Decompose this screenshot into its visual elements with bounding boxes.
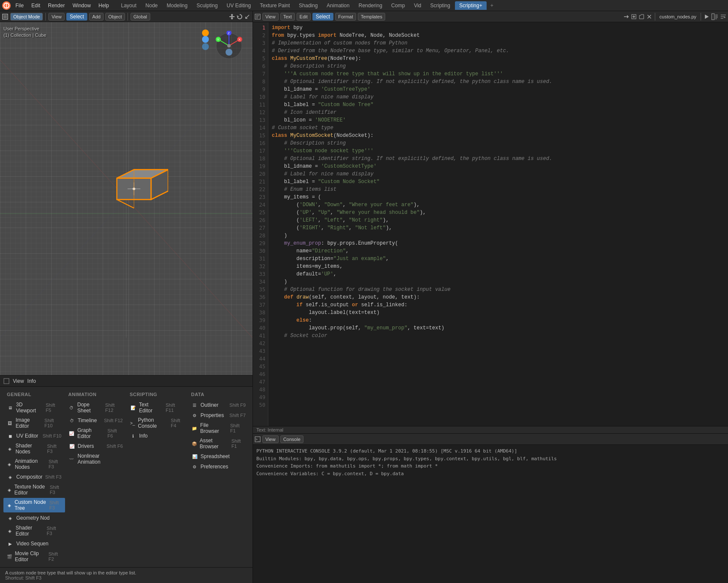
menu-info[interactable]: ℹ Info <box>126 431 188 441</box>
open-text-icon[interactable] <box>639 14 645 20</box>
object-mode-button[interactable]: Object Mode <box>10 13 43 21</box>
menu-graph-editor[interactable]: 📈 Graph Editor Shift F6 <box>65 426 127 441</box>
view-button[interactable]: View <box>48 13 65 21</box>
line-numbers-toggle[interactable] <box>711 13 718 20</box>
code-templates-btn[interactable]: Templates <box>358 13 385 21</box>
console-console-btn[interactable]: Console <box>280 435 303 443</box>
menu-custom-node-tree[interactable]: ◈ Custom Node Tree Shift F3 <box>3 498 65 512</box>
code-sep <box>655 13 655 21</box>
menu-compositor[interactable]: ◈ Compositor Shift F3 <box>3 472 65 482</box>
animation-nodes-icon: ◈ <box>7 461 12 468</box>
tab-shading[interactable]: Shading <box>294 1 322 10</box>
console-content[interactable]: PYTHON INTERACTIVE CONSOLE 3.9.2 (defaul… <box>253 445 728 583</box>
dope-sheet-icon: ⏱ <box>68 404 75 411</box>
code-select-btn[interactable]: Select <box>312 13 333 21</box>
svg-point-38 <box>202 36 209 43</box>
menu-help[interactable]: Help <box>95 2 113 9</box>
code-text-btn[interactable]: Text <box>280 13 295 21</box>
menu-file[interactable]: File <box>12 2 27 9</box>
text-editor-shortcut: Shift F11 <box>166 402 184 413</box>
view-menu-btn[interactable]: View <box>13 378 24 384</box>
menu-edit[interactable]: Edit <box>28 2 44 9</box>
tab-scripting[interactable]: Scripting <box>426 1 455 10</box>
browse-text-icon[interactable] <box>623 14 629 20</box>
menu-3d-viewport[interactable]: 🖥 3D Viewport Shift F5 <box>3 400 65 415</box>
tab-texture-paint[interactable]: Texture Paint <box>256 1 294 10</box>
code-editor-body[interactable]: 1 2 3 4 5 6 7 8 9 10 11 12 13 14 15 16 1 <box>253 22 728 426</box>
console-type-icon[interactable]: >_ <box>255 436 261 442</box>
console-line-1: PYTHON INTERACTIVE CONSOLE 3.9.2 (defaul… <box>256 447 725 455</box>
tab-scripting-plus[interactable]: Scripting+ <box>455 1 487 10</box>
uv-editor-shortcut: Shift F10 <box>42 433 61 438</box>
nav-gizmo[interactable]: X Y Z <box>214 31 244 61</box>
menu-render[interactable]: Render <box>45 2 68 9</box>
code-editor-type-icon[interactable] <box>255 14 261 20</box>
menu-asset-browser[interactable]: 📦 Asset Browser Shift F1 <box>188 436 250 451</box>
zoom-controls <box>201 27 210 52</box>
menu-shader-nodes[interactable]: ◈ Shader Nodes Shift F3 <box>3 441 65 456</box>
menu-nonlinear[interactable]: 〰 Nonlinear Animation <box>65 452 127 466</box>
move-icon[interactable] <box>229 13 235 20</box>
menu-outliner[interactable]: ☰ Outliner Shift F9 <box>188 400 250 410</box>
tab-rendering[interactable]: Rendering <box>354 1 386 10</box>
transform-global[interactable]: Global <box>131 13 150 21</box>
file-browser-label: File Browser <box>200 422 228 434</box>
close-text-icon[interactable] <box>646 14 652 20</box>
menu-properties[interactable]: ⚙ Properties Shift F7 <box>188 411 250 420</box>
menu-image-editor[interactable]: 🖼 Image Editor Shift F10 <box>3 416 65 430</box>
new-text-icon[interactable] <box>631 14 637 20</box>
menu-geometry-nodes[interactable]: ◈ Geometry Nod <box>3 513 65 523</box>
menu-preferences[interactable]: ⚙ Preferences <box>188 462 250 471</box>
line-31: ('UP', "Up", "Where your head should be"… <box>272 209 725 216</box>
texture-node-editor-icon: ◈ <box>7 486 12 493</box>
line-30: ('DOWN', "Down", "Where your feet are"), <box>272 201 725 209</box>
add-button[interactable]: Add <box>89 13 104 21</box>
menu-drivers[interactable]: 📈 Drivers Shift F6 <box>65 441 127 451</box>
menu-texture-node-editor[interactable]: ◈ Texture Node Editor Shift F3 <box>3 482 65 497</box>
select-button[interactable]: Select <box>66 13 87 21</box>
scale-icon[interactable] <box>244 13 251 20</box>
menu-spreadsheet[interactable]: 📊 Spreadsheet <box>188 452 250 461</box>
code-view-btn[interactable]: View <box>262 13 279 21</box>
run-script-icon[interactable] <box>704 14 710 20</box>
menu-text-editor[interactable]: 📝 Text Editor Shift F11 <box>126 400 188 415</box>
menu-dope-sheet[interactable]: ⏱ Dope Sheet Shift F12 <box>65 400 127 415</box>
word-wrap-toggle[interactable] <box>720 13 727 20</box>
tab-node[interactable]: Node <box>141 1 162 10</box>
tab-animation[interactable]: Animation <box>322 1 354 10</box>
menu-shader-editor[interactable]: ◈ Shader Editor Shift F3 <box>3 524 65 538</box>
code-content[interactable]: import bpy from bpy.types import NodeTre… <box>268 22 728 426</box>
file-browser-icon: 📁 <box>191 425 198 432</box>
console-line-2: Builtin Modules: bpy, bpy.data, bpy.ops,… <box>256 455 725 463</box>
sep2 <box>128 13 128 21</box>
tab-vid[interactable]: Vid <box>410 1 425 10</box>
code-format-btn[interactable]: Format <box>335 13 356 21</box>
menu-video-sequencer[interactable]: ▶ Video Sequen <box>3 539 65 548</box>
menu-uv-editor[interactable]: ◼ UV Editor Shift F10 <box>3 431 65 441</box>
menu-file-browser[interactable]: 📁 File Browser Shift F1 <box>188 421 250 435</box>
tab-uv[interactable]: UV Editing <box>223 1 256 10</box>
line-29: my_items = ( <box>272 193 725 201</box>
properties-shortcut: Shift F7 <box>229 413 246 418</box>
line-43: # Optional function for drawing the sock… <box>272 286 725 293</box>
editor-type-icon[interactable] <box>2 13 9 20</box>
add-workspace-button[interactable]: + <box>487 1 497 10</box>
menu-window[interactable]: Window <box>69 2 94 9</box>
viewport-3d[interactable]: User Perspective (1) Collection | Cube X… <box>0 22 253 375</box>
info-menu-btn[interactable]: Info <box>27 378 36 384</box>
menu-python-console[interactable]: >_ Python Console Shift F4 <box>126 416 188 430</box>
timeline-label: Timeline <box>78 417 97 423</box>
tab-layout[interactable]: Layout <box>117 1 141 10</box>
console-view-btn[interactable]: View <box>262 435 279 443</box>
tab-comp[interactable]: Comp <box>387 1 409 10</box>
menu-animation-nodes[interactable]: ◈ Animation Nodes Shift F3 <box>3 457 65 471</box>
preferences-icon: ⚙ <box>191 463 198 470</box>
object-button[interactable]: Object <box>105 13 125 21</box>
tab-sculpting[interactable]: Sculpting <box>192 1 222 10</box>
rotate-icon[interactable] <box>236 13 243 20</box>
tab-modeling[interactable]: Modeling <box>162 1 192 10</box>
menu-movie-clip-editor[interactable]: 🎬 Movie Clip Editor Shift F2 <box>3 549 65 564</box>
code-edit-btn[interactable]: Edit <box>297 13 311 21</box>
shader-nodes-icon: ◈ <box>7 445 13 452</box>
menu-timeline[interactable]: ⏱ Timeline Shift F12 <box>65 416 127 425</box>
